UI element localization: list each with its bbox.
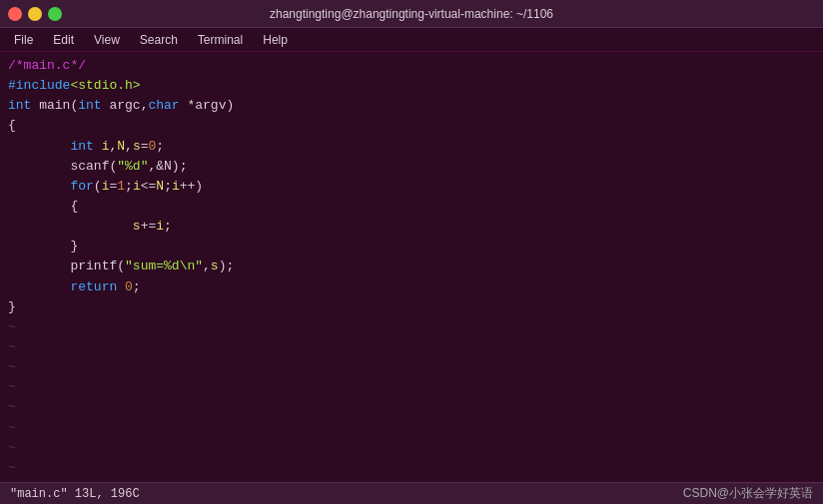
code-line: { <box>8 116 815 136</box>
menu-item-file[interactable]: File <box>6 31 41 49</box>
code-line: ~ <box>8 418 815 438</box>
code-line: } <box>8 237 815 256</box>
code-line: scanf("%d",&N); <box>8 157 815 177</box>
code-line: ~ <box>8 377 815 397</box>
code-line: ~ <box>8 438 815 458</box>
code-line: ~ <box>8 397 815 417</box>
code-line: ~ <box>8 337 815 357</box>
menu-item-help[interactable]: Help <box>255 31 296 49</box>
status-watermark: CSDN@小张会学好英语 <box>683 485 813 502</box>
minimize-button[interactable] <box>28 7 42 21</box>
code-line: ~ <box>8 357 815 377</box>
close-button[interactable] <box>8 7 22 21</box>
code-line: return 0; <box>8 277 815 297</box>
title-bar: zhangtingting@zhangtingting-virtual-mach… <box>0 0 823 28</box>
code-line: s+=i; <box>8 217 815 237</box>
code-line: printf("sum=%d\n",s); <box>8 256 815 276</box>
window-title: zhangtingting@zhangtingting-virtual-mach… <box>62 7 761 21</box>
status-file-info: "main.c" 13L, 196C <box>10 487 140 501</box>
code-line: ~ <box>8 458 815 478</box>
menu-bar: FileEditViewSearchTerminalHelp <box>0 28 823 52</box>
status-bar: "main.c" 13L, 196C CSDN@小张会学好英语 <box>0 482 823 504</box>
code-editor[interactable]: /*main.c*/#include<stdio.h>int main(int … <box>0 52 823 482</box>
maximize-button[interactable] <box>48 7 62 21</box>
code-line: for(i=1;i<=N;i++) <box>8 177 815 197</box>
window-controls[interactable] <box>8 7 62 21</box>
menu-item-terminal[interactable]: Terminal <box>190 31 251 49</box>
code-line: int main(int argc,char *argv) <box>8 96 815 116</box>
code-line: { <box>8 197 815 217</box>
menu-item-edit[interactable]: Edit <box>45 31 82 49</box>
menu-item-search[interactable]: Search <box>132 31 186 49</box>
code-line: } <box>8 297 815 317</box>
code-line: #include<stdio.h> <box>8 76 815 96</box>
menu-item-view[interactable]: View <box>86 31 128 49</box>
code-line: ~ <box>8 317 815 337</box>
code-line: int i,N,s=0; <box>8 137 815 157</box>
code-line: /*main.c*/ <box>8 56 815 76</box>
